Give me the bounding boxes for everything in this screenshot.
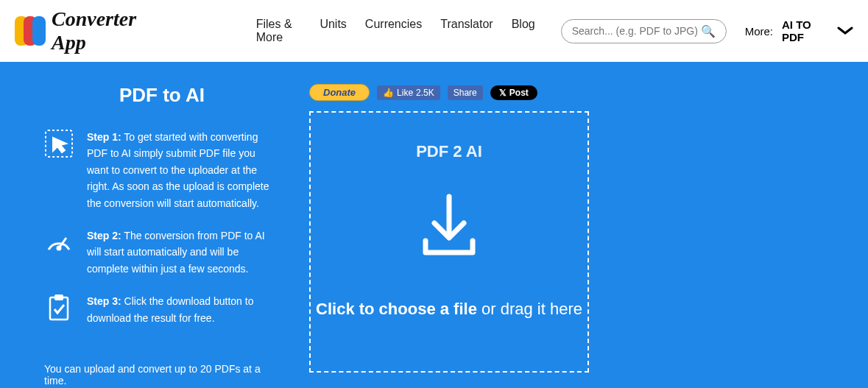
logo-text: Converter App (52, 7, 164, 54)
svg-rect-3 (50, 297, 68, 320)
search-icon[interactable]: 🔍 (701, 24, 716, 38)
more-value: AI TO PDF (782, 18, 828, 43)
svg-rect-4 (55, 295, 63, 300)
left-column: PDF to AI Step 1: To get started with co… (29, 84, 280, 387)
donate-button[interactable]: Donate (309, 84, 370, 101)
step-2: Step 2: The conversion from PDF to AI wi… (44, 227, 280, 277)
cursor-icon (44, 129, 74, 158)
download-icon (412, 191, 486, 267)
right-column: Donate 👍 Like 2.5K Share 𝕏 Post PDF 2 AI (309, 84, 589, 387)
fb-like-button[interactable]: 👍 Like 2.5K (377, 85, 440, 100)
search-input[interactable] (572, 25, 701, 37)
logo-icon (15, 16, 46, 46)
speed-icon (44, 227, 74, 257)
more-dropdown[interactable]: More: AI TO PDF (745, 18, 853, 43)
nav: Files & More Units Currencies Translator… (256, 18, 535, 44)
page-title: PDF to AI (44, 84, 280, 107)
step-2-text: Step 2: The conversion from PDF to AI wi… (87, 227, 280, 277)
nav-units[interactable]: Units (320, 18, 346, 44)
dropzone-cta: Click to choose a file or drag it here (316, 297, 582, 321)
fb-share-button[interactable]: Share (448, 85, 483, 100)
x-icon: 𝕏 (499, 88, 507, 98)
step-1: Step 1: To get started with converting P… (44, 129, 280, 211)
svg-point-2 (57, 246, 61, 250)
more-label: More: (745, 25, 773, 38)
step-1-text: Step 1: To get started with converting P… (87, 129, 280, 211)
nav-files-more[interactable]: Files & More (256, 18, 302, 44)
social-row: Donate 👍 Like 2.5K Share 𝕏 Post (309, 84, 589, 101)
chevron-down-icon (837, 24, 853, 39)
file-drop-zone[interactable]: PDF 2 AI Click to choose a file or drag … (309, 111, 589, 373)
nav-currencies[interactable]: Currencies (365, 18, 422, 44)
clipboard-check-icon (44, 293, 74, 322)
main: PDF to AI Step 1: To get started with co… (0, 62, 868, 388)
search-box[interactable]: 🔍 (561, 19, 727, 43)
step-3-text: Step 3: Click the download button to dow… (87, 293, 280, 326)
header: Converter App Files & More Units Currenc… (0, 0, 868, 62)
x-post-button[interactable]: 𝕏 Post (490, 85, 537, 100)
nav-translator[interactable]: Translator (440, 18, 493, 44)
logo[interactable]: Converter App (15, 7, 164, 54)
thumbs-up-icon: 👍 (383, 88, 394, 98)
dropzone-title: PDF 2 AI (416, 142, 482, 161)
nav-blog[interactable]: Blog (512, 18, 535, 44)
step-3: Step 3: Click the download button to dow… (44, 293, 280, 326)
upload-limit-note: You can upload and convert up to 20 PDFs… (44, 363, 280, 387)
